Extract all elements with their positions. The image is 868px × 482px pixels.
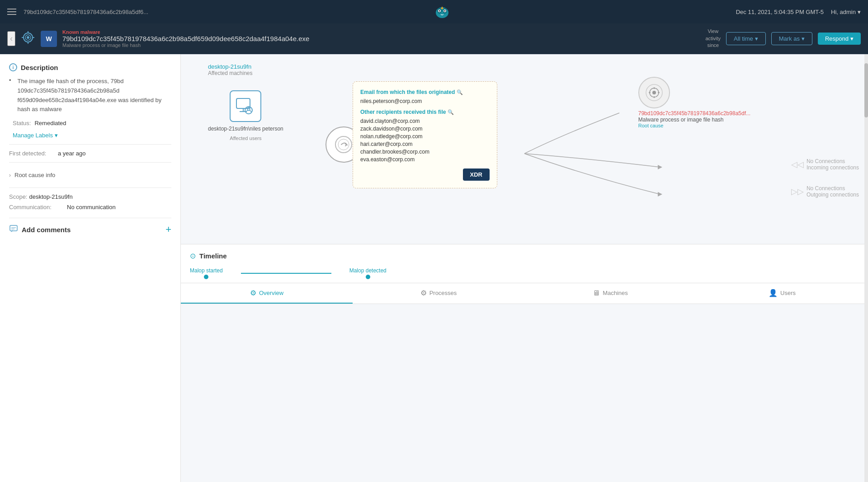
- add-comments-label: Add comments: [9, 224, 71, 235]
- search-icon: 🔍: [457, 89, 463, 95]
- timeline-header: ⊙ Timeline: [181, 244, 868, 264]
- incoming-wave-icon: ◁◁: [791, 159, 804, 169]
- recipient-item: nolan.rutledge@corp.com: [360, 133, 490, 140]
- svg-point-5: [439, 10, 440, 12]
- back-button[interactable]: ‹: [7, 31, 15, 46]
- no-conn-incoming-label: No Connections: [807, 158, 859, 164]
- malop-started-marker: Malop started: [190, 267, 223, 279]
- svg-point-25: [335, 136, 352, 153]
- malop-started-label[interactable]: Malop started: [190, 267, 223, 274]
- malop-detected-label[interactable]: Malop detected: [349, 267, 387, 274]
- viz-area: desktop-21su9fn Affected machines: [181, 54, 868, 244]
- affected-machine-link[interactable]: desktop-21su9fn: [208, 63, 253, 70]
- scrollbar[interactable]: [864, 54, 868, 482]
- tab-overview[interactable]: ⚙ Overview: [181, 283, 353, 304]
- recipient-item: chandler.brookes@corp.com: [360, 149, 490, 155]
- no-conn-outgoing-label: No Connections: [807, 185, 859, 192]
- nav-center: [433, 3, 451, 21]
- manage-labels-button[interactable]: Manage Labels ▾: [13, 132, 171, 139]
- malware-hash-link[interactable]: 79bd109dc7c35f45b781978436a6c2b98a5df...: [638, 110, 750, 117]
- hamburger-menu[interactable]: [7, 9, 16, 15]
- malop-detected-marker: Malop detected: [349, 267, 387, 279]
- user-machine-node: desktop-21su9fn\niles peterson Affected …: [208, 90, 283, 141]
- malop-started-dot: [204, 275, 208, 279]
- affected-machines-label: Affected machines: [208, 70, 253, 76]
- communication-row: Communication: No communication: [9, 204, 171, 211]
- processes-tab-icon: ⚙: [420, 289, 427, 297]
- users-tab-label: Users: [780, 290, 796, 296]
- connector-lines: [181, 54, 868, 244]
- description-section-title: i Description: [9, 63, 171, 71]
- right-panel: desktop-21su9fn Affected machines: [181, 54, 868, 482]
- timeline-clock-icon: ⊙: [190, 252, 196, 260]
- svg-rect-15: [10, 225, 17, 231]
- nav-left: 79bd109dc7c35f45b781978436a6c2b98a5df6..…: [7, 9, 148, 15]
- email-origin-title: Email from which the files originated 🔍: [360, 89, 490, 95]
- main-content: i Description • The image file hash of t…: [0, 54, 868, 482]
- email-popup-card: Email from which the files originated 🔍 …: [353, 81, 497, 188]
- add-comments-row: Add comments +: [9, 218, 171, 235]
- add-comment-button[interactable]: +: [165, 224, 171, 235]
- tab-users[interactable]: 👤 Users: [696, 283, 868, 304]
- description-bullet: • The image file hash of the process, 79…: [9, 77, 171, 114]
- left-panel: i Description • The image file hash of t…: [0, 54, 181, 482]
- scope-row: Scope: desktop-21su9fn: [9, 193, 171, 200]
- recipient-item: david.clayton@corp.com: [360, 118, 490, 124]
- users-tab-icon: 👤: [769, 289, 778, 297]
- malop-detected-dot: [366, 275, 370, 279]
- nav-right: Dec 11, 2021, 5:04:35 PM GMT-5 Hi, admin…: [736, 9, 861, 15]
- nav-title: 79bd109dc7c35f45b781978436a6c2b98a5df6..…: [24, 9, 148, 15]
- no-connections-outgoing: ▷▷ No Connections Outgoing connections: [791, 185, 859, 198]
- mark-as-button[interactable]: Mark as ▾: [771, 32, 812, 45]
- respond-button[interactable]: Respond ▾: [818, 33, 861, 45]
- overview-tab-icon: ⚙: [250, 289, 256, 297]
- tab-machines[interactable]: 🖥 Machines: [524, 283, 696, 304]
- header-bar: ‹ W Known malware 79bd109dc7c35f45b78197…: [0, 23, 868, 54]
- timeline-line: [241, 273, 331, 274]
- hash-subtitle: Malware process or image file hash: [62, 42, 700, 48]
- affected-machine-block: desktop-21su9fn Affected machines: [208, 63, 253, 76]
- outgoing-wave-icon: ▷▷: [791, 187, 804, 197]
- timeline-bar: Malop started Malop detected: [181, 264, 868, 283]
- malware-node: 79bd109dc7c35f45b781978436a6c2b98a5df...…: [638, 77, 750, 128]
- malware-type-text: Malware process or image file hash: [638, 117, 750, 123]
- machines-tab-icon: 🖥: [593, 289, 600, 297]
- recipient-item: zack.davidson@corp.com: [360, 126, 490, 132]
- all-time-button[interactable]: All time ▾: [726, 32, 766, 45]
- recipient-item: hari.carter@corp.com: [360, 141, 490, 147]
- timeline-title: Timeline: [199, 252, 227, 260]
- overview-tab-label: Overview: [259, 290, 283, 296]
- incoming-connections-label: Incoming connections: [807, 164, 859, 171]
- malware-bug-icon: [21, 30, 35, 47]
- description-text: The image file hash of the process, 79bd…: [18, 77, 171, 114]
- root-cause-tag: Root cause: [638, 123, 750, 128]
- scrollbar-thumb[interactable]: [864, 63, 868, 117]
- bottom-tabs: ⚙ Overview ⚙ Processes 🖥 Machines 👤 User…: [181, 283, 868, 304]
- svg-marker-18: [658, 165, 662, 169]
- no-connections-incoming: ◁◁ No Connections Incoming connections: [791, 158, 859, 171]
- hash-title: 79bd109dc7c35f45b781978436a6c2b98a5df659…: [62, 35, 379, 42]
- word-file-icon: W: [41, 31, 57, 47]
- recipient-item: eva.easton@corp.com: [360, 156, 490, 163]
- datetime-label: Dec 11, 2021, 5:04:35 PM GMT-5: [736, 9, 824, 15]
- chevron-right-icon: ›: [9, 172, 11, 178]
- xdr-button[interactable]: XDR: [463, 168, 490, 181]
- info-icon: i: [9, 63, 17, 71]
- root-cause-label: Root cause info: [14, 172, 55, 178]
- view-activity-label[interactable]: View activity since: [705, 28, 721, 49]
- first-detected-row: First detected: a year ago: [9, 150, 171, 157]
- root-cause-row[interactable]: › Root cause info: [9, 168, 171, 182]
- user-machine-icon: [230, 90, 261, 122]
- svg-point-6: [444, 10, 445, 12]
- status-row: Status: Remediated: [13, 120, 171, 126]
- bottom-section: ⊙ Timeline Malop started Malop detected …: [181, 244, 868, 304]
- tab-processes[interactable]: ⚙ Processes: [353, 283, 524, 304]
- svg-marker-19: [658, 192, 662, 197]
- malware-info-block: 79bd109dc7c35f45b781978436a6c2b98a5df...…: [638, 110, 750, 128]
- comment-icon: [9, 224, 18, 235]
- svg-point-14: [27, 36, 29, 39]
- malware-node-icon: [638, 77, 670, 108]
- header-title-block: Known malware 79bd109dc7c35f45b781978436…: [62, 29, 700, 48]
- admin-label: Hi, admin ▾: [831, 9, 861, 15]
- affected-users-sublabel: Affected users: [230, 136, 261, 141]
